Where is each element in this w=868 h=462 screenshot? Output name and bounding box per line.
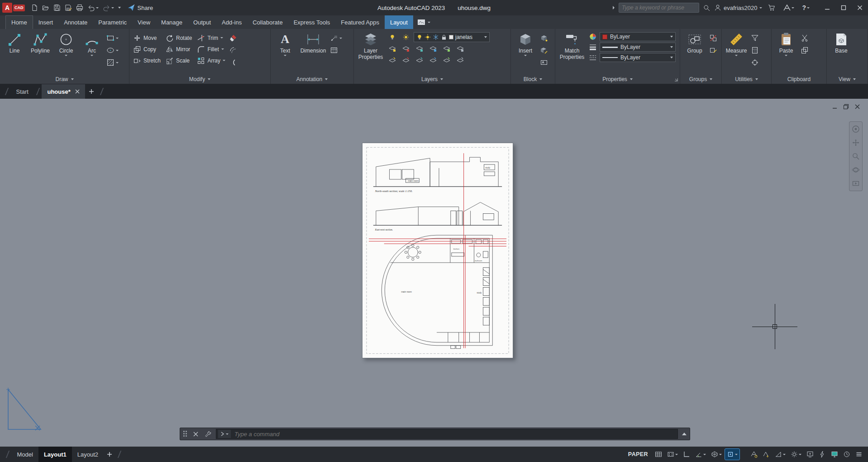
graphics-performance-toggle[interactable] <box>829 449 840 460</box>
write-block-button[interactable] <box>539 45 549 55</box>
create-block-button[interactable] <box>539 33 549 43</box>
tab-parametric[interactable]: Parametric <box>93 15 132 29</box>
autocad-logo[interactable]: A CAD <box>2 3 25 13</box>
rotate-button[interactable]: Rotate <box>164 32 193 43</box>
polyline-button[interactable]: Polyline <box>28 30 52 54</box>
layer-tool-button[interactable] <box>454 44 466 54</box>
isolate-objects-toggle[interactable] <box>841 449 852 460</box>
layers-panel-label[interactable]: Layers <box>354 74 510 84</box>
quick-calc-button[interactable] <box>750 45 760 55</box>
new-file-button[interactable] <box>29 2 40 14</box>
tab-uhouse[interactable]: uhouse* <box>42 84 85 99</box>
annotation-scale-menu[interactable] <box>773 449 787 460</box>
app-store-button[interactable] <box>766 2 777 14</box>
viewport-minimize-button[interactable] <box>831 103 838 110</box>
layer-tool-button[interactable] <box>427 44 439 54</box>
ucs-icon[interactable] <box>5 388 43 433</box>
tab-collaborate[interactable]: Collaborate <box>247 15 288 29</box>
quick-select-button[interactable] <box>750 33 760 43</box>
save-as-button[interactable] <box>63 2 74 14</box>
mirror-button[interactable]: Mirror <box>164 43 193 55</box>
arc-button[interactable]: Arc <box>80 30 104 56</box>
open-file-button[interactable] <box>40 2 51 14</box>
lineweight-dropdown[interactable]: ByLayer <box>600 43 676 52</box>
model-tab[interactable]: Model <box>12 447 38 462</box>
paper-space-toggle[interactable]: PAPER <box>625 451 652 457</box>
account-menu[interactable]: evafrias2020 <box>714 4 762 11</box>
modify-panel-label[interactable]: Modify <box>129 74 270 84</box>
layer-tool-button[interactable] <box>386 56 398 66</box>
grid-toggle[interactable] <box>653 449 664 460</box>
viewport-close-button[interactable] <box>854 103 861 110</box>
maximize-button[interactable] <box>835 0 852 15</box>
zoom-icon[interactable] <box>851 152 860 161</box>
snap-toggle[interactable] <box>665 449 680 460</box>
drawing-area[interactable]: main room study North-south section; sca… <box>0 99 868 447</box>
group-button[interactable]: Group <box>682 30 707 54</box>
copy-button[interactable]: Copy <box>132 43 162 55</box>
plot-button[interactable] <box>74 2 85 14</box>
viewport-restore-button[interactable] <box>843 103 849 110</box>
array-button[interactable]: Array <box>196 55 227 66</box>
panel-launcher-icon[interactable] <box>674 77 678 82</box>
annotation-monitor-toggle[interactable] <box>805 449 816 460</box>
new-layout-button[interactable] <box>104 447 115 462</box>
id-point-button[interactable] <box>750 58 760 67</box>
fillet-button[interactable]: Fillet <box>196 43 227 55</box>
base-button[interactable]: Base <box>829 30 854 54</box>
tab-featured-apps[interactable]: Featured Apps <box>335 15 385 29</box>
tab-add-ins[interactable]: Add-ins <box>216 15 247 29</box>
layer-tool-button[interactable] <box>400 56 412 66</box>
tab-layout[interactable]: Layout <box>385 15 413 29</box>
isodraft-toggle[interactable] <box>709 449 724 460</box>
minimize-button[interactable] <box>819 0 835 15</box>
customize-menu[interactable] <box>854 449 864 460</box>
explode-button[interactable] <box>228 58 238 67</box>
scale-button[interactable]: Scale <box>164 55 193 66</box>
layer-tool-button[interactable] <box>441 56 453 66</box>
groups-panel-label[interactable]: Groups <box>680 74 721 84</box>
object-snap-toggle[interactable] <box>725 449 739 460</box>
command-input[interactable] <box>234 431 676 438</box>
group-edit-button[interactable] <box>708 45 718 55</box>
stretch-button[interactable]: Stretch <box>132 55 162 66</box>
tab-manage[interactable]: Manage <box>156 15 188 29</box>
layer-tool-button[interactable] <box>414 56 425 66</box>
polar-tracking-toggle[interactable] <box>693 449 708 460</box>
command-line-grip[interactable] <box>183 431 187 437</box>
annotation-panel-label[interactable]: Annotation <box>271 74 353 84</box>
close-button[interactable] <box>852 0 868 15</box>
layer-dropdown[interactable]: janelas <box>414 32 490 42</box>
quick-properties-toggle[interactable] <box>817 449 828 460</box>
layer-properties-button[interactable]: Layer Properties <box>356 30 385 61</box>
tab-annotate[interactable]: Annotate <box>58 15 93 29</box>
line-button[interactable]: Line <box>2 30 27 54</box>
command-line-close-button[interactable] <box>191 429 200 438</box>
edit-attributes-button[interactable] <box>539 58 549 67</box>
command-prompt-button[interactable] <box>218 430 231 438</box>
autodesk-menu-button[interactable] <box>782 2 796 14</box>
share-button[interactable]: Share <box>128 4 153 11</box>
layer-tool-button[interactable] <box>441 44 453 54</box>
clipboard-panel-label[interactable]: Clipboard <box>772 74 826 84</box>
view-panel-label[interactable]: View <box>827 74 868 84</box>
pan-icon[interactable] <box>851 138 860 147</box>
properties-panel-label[interactable]: Properties <box>555 74 680 84</box>
circle-button[interactable]: Circle <box>54 30 78 56</box>
copy-clip-button[interactable] <box>800 45 810 55</box>
leader-button[interactable] <box>329 33 343 43</box>
layer-tool-button[interactable] <box>414 44 425 54</box>
draw-panel-label[interactable]: Draw <box>0 74 129 84</box>
workspace-switching-menu[interactable] <box>789 449 803 460</box>
layer-isolate-button[interactable] <box>400 32 412 42</box>
navigation-wheel-icon[interactable] <box>851 125 860 134</box>
utilities-panel-label[interactable]: Utilities <box>722 74 771 84</box>
redo-button[interactable] <box>101 2 116 14</box>
trim-button[interactable]: Trim <box>196 32 227 43</box>
tab-home[interactable]: Home <box>5 15 33 29</box>
command-customize-button[interactable] <box>204 429 212 438</box>
linetype-dropdown[interactable]: ByLayer <box>600 53 676 62</box>
block-panel-label[interactable]: Block <box>511 74 555 84</box>
offset-button[interactable] <box>228 45 238 55</box>
layer-tool-button[interactable] <box>386 44 398 54</box>
